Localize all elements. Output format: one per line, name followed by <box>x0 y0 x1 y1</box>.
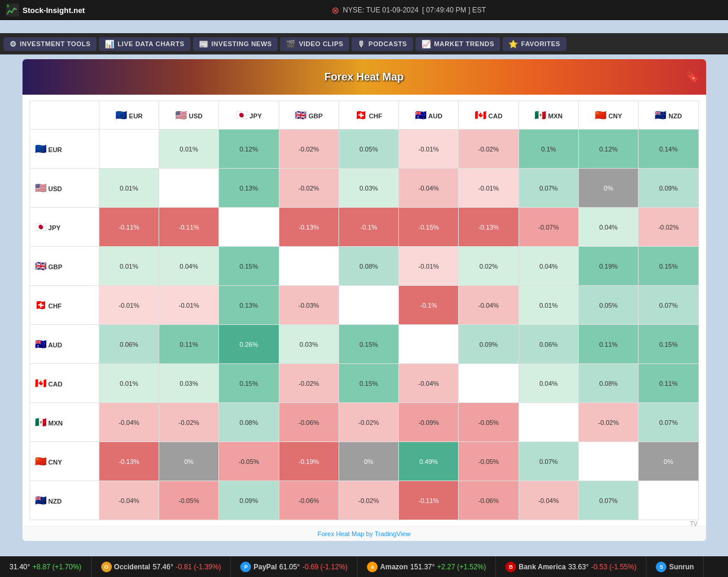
cell-chf-gbp[interactable]: -0.03% <box>279 286 339 325</box>
nav-podcasts[interactable]: 🎙 PODCASTS <box>352 37 413 51</box>
cell-aud-cny[interactable]: 0.11% <box>578 325 638 364</box>
cell-chf-eur[interactable]: -0.01% <box>99 286 159 325</box>
cell-gbp-jpy[interactable]: 0.15% <box>219 247 279 286</box>
cell-cny-gbp[interactable]: -0.19% <box>279 442 339 481</box>
cell-gbp-eur[interactable]: 0.01% <box>99 247 159 286</box>
cell-chf-aud[interactable]: -0.1% <box>399 286 459 325</box>
cell-mxn-aud[interactable]: -0.09% <box>399 403 459 442</box>
cell-gbp-cny[interactable]: 0.19% <box>578 247 638 286</box>
cell-cad-nzd[interactable]: 0.11% <box>639 364 698 403</box>
cell-cad-cny[interactable]: 0.08% <box>578 364 638 403</box>
cell-cad-cad[interactable] <box>459 364 518 403</box>
cell-chf-mxn[interactable]: 0.01% <box>518 286 578 325</box>
cell-jpy-aud[interactable]: -0.15% <box>399 208 459 247</box>
cell-mxn-mxn[interactable] <box>518 403 578 442</box>
cell-chf-cny[interactable]: 0.05% <box>578 286 638 325</box>
cell-usd-chf[interactable]: 0.03% <box>339 169 398 208</box>
cell-cad-usd[interactable]: 0.03% <box>159 364 219 403</box>
nav-investment-tools[interactable]: ⚙ INVESTMENT TOOLS <box>4 37 96 51</box>
cell-nzd-aud[interactable]: -0.11% <box>399 481 459 520</box>
cell-cad-mxn[interactable]: 0.04% <box>518 364 578 403</box>
cell-nzd-nzd[interactable] <box>639 481 698 520</box>
cell-nzd-cny[interactable]: 0.07% <box>578 481 638 520</box>
cell-usd-cad[interactable]: -0.01% <box>459 169 518 208</box>
cell-cad-eur[interactable]: 0.01% <box>99 364 159 403</box>
cell-jpy-eur[interactable]: -0.11% <box>99 208 159 247</box>
cell-cny-cny[interactable] <box>578 442 638 481</box>
cell-aud-aud[interactable] <box>399 325 459 364</box>
cell-eur-eur[interactable] <box>99 130 159 169</box>
cell-eur-gbp[interactable]: -0.02% <box>279 130 339 169</box>
cell-gbp-usd[interactable]: 0.04% <box>159 247 219 286</box>
cell-jpy-chf[interactable]: -0.1% <box>339 208 398 247</box>
cell-nzd-chf[interactable]: -0.02% <box>339 481 398 520</box>
cell-eur-jpy[interactable]: 0.12% <box>219 130 279 169</box>
cell-chf-cad[interactable]: -0.04% <box>459 286 518 325</box>
cell-gbp-nzd[interactable]: 0.15% <box>639 247 698 286</box>
nav-favorites[interactable]: ⭐ FAVORITES <box>502 37 566 51</box>
cell-jpy-nzd[interactable]: -0.02% <box>639 208 698 247</box>
cell-jpy-cad[interactable]: -0.13% <box>459 208 518 247</box>
cell-eur-chf[interactable]: 0.05% <box>339 130 398 169</box>
cell-cad-jpy[interactable]: 0.15% <box>219 364 279 403</box>
cell-cny-chf[interactable]: 0% <box>339 442 398 481</box>
cell-cny-aud[interactable]: 0.49% <box>399 442 459 481</box>
cell-usd-mxn[interactable]: 0.07% <box>518 169 578 208</box>
cell-jpy-jpy[interactable] <box>219 208 279 247</box>
nav-live-data-charts[interactable]: 📊 LIVE DATA CHARTS <box>99 37 190 51</box>
cell-nzd-jpy[interactable]: 0.09% <box>219 481 279 520</box>
cell-eur-cny[interactable]: 0.12% <box>578 130 638 169</box>
cell-aud-cad[interactable]: 0.09% <box>459 325 518 364</box>
bookmark-icon[interactable]: 🔖 <box>686 70 699 83</box>
cell-aud-chf[interactable]: 0.15% <box>339 325 398 364</box>
cell-jpy-gbp[interactable]: -0.13% <box>279 208 339 247</box>
cell-eur-aud[interactable]: -0.01% <box>399 130 459 169</box>
cell-usd-usd[interactable] <box>159 169 219 208</box>
cell-eur-cad[interactable]: -0.02% <box>459 130 518 169</box>
cell-eur-usd[interactable]: 0.01% <box>159 130 219 169</box>
cell-usd-nzd[interactable]: 0.09% <box>639 169 698 208</box>
cell-aud-jpy[interactable]: 0.26% <box>219 325 279 364</box>
cell-gbp-gbp[interactable] <box>279 247 339 286</box>
cell-cny-usd[interactable]: 0% <box>159 442 219 481</box>
cell-chf-jpy[interactable]: 0.13% <box>219 286 279 325</box>
cell-nzd-gbp[interactable]: -0.06% <box>279 481 339 520</box>
cell-cny-cad[interactable]: -0.05% <box>459 442 518 481</box>
cell-gbp-aud[interactable]: -0.01% <box>399 247 459 286</box>
cell-usd-cny[interactable]: 0% <box>578 169 638 208</box>
cell-usd-eur[interactable]: 0.01% <box>99 169 159 208</box>
cell-mxn-cny[interactable]: -0.02% <box>578 403 638 442</box>
cell-usd-aud[interactable]: -0.04% <box>399 169 459 208</box>
cell-gbp-chf[interactable]: 0.08% <box>339 247 398 286</box>
cell-aud-usd[interactable]: 0.11% <box>159 325 219 364</box>
cell-cny-mxn[interactable]: 0.07% <box>518 442 578 481</box>
cell-mxn-cad[interactable]: -0.05% <box>459 403 518 442</box>
cell-cad-aud[interactable]: -0.04% <box>399 364 459 403</box>
footer-link[interactable]: Forex Heat Map by TradingView <box>318 530 411 537</box>
nav-video-clips[interactable]: 🎬 VIDEO CLIPS <box>280 37 349 51</box>
nav-market-trends[interactable]: 📈 MARKET TRENDS <box>415 37 500 51</box>
cell-gbp-mxn[interactable]: 0.04% <box>518 247 578 286</box>
cell-nzd-mxn[interactable]: -0.04% <box>518 481 578 520</box>
cell-mxn-jpy[interactable]: 0.08% <box>219 403 279 442</box>
cell-nzd-cad[interactable]: -0.06% <box>459 481 518 520</box>
cell-aud-nzd[interactable]: 0.15% <box>639 325 698 364</box>
cell-chf-chf[interactable] <box>339 286 398 325</box>
cell-chf-usd[interactable]: -0.01% <box>159 286 219 325</box>
cell-cad-chf[interactable]: 0.15% <box>339 364 398 403</box>
cell-eur-mxn[interactable]: 0.1% <box>518 130 578 169</box>
cell-jpy-cny[interactable]: 0.04% <box>578 208 638 247</box>
cell-mxn-usd[interactable]: -0.02% <box>159 403 219 442</box>
cell-gbp-cad[interactable]: 0.02% <box>459 247 518 286</box>
cell-cny-nzd[interactable]: 0% <box>639 442 698 481</box>
cell-cny-jpy[interactable]: -0.05% <box>219 442 279 481</box>
cell-cad-gbp[interactable]: -0.02% <box>279 364 339 403</box>
cell-usd-gbp[interactable]: -0.02% <box>279 169 339 208</box>
cell-mxn-chf[interactable]: -0.02% <box>339 403 398 442</box>
cell-jpy-mxn[interactable]: -0.07% <box>518 208 578 247</box>
cell-usd-jpy[interactable]: 0.13% <box>219 169 279 208</box>
cell-nzd-usd[interactable]: -0.05% <box>159 481 219 520</box>
cell-nzd-eur[interactable]: -0.04% <box>99 481 159 520</box>
cell-aud-eur[interactable]: 0.06% <box>99 325 159 364</box>
cell-eur-nzd[interactable]: 0.14% <box>639 130 698 169</box>
